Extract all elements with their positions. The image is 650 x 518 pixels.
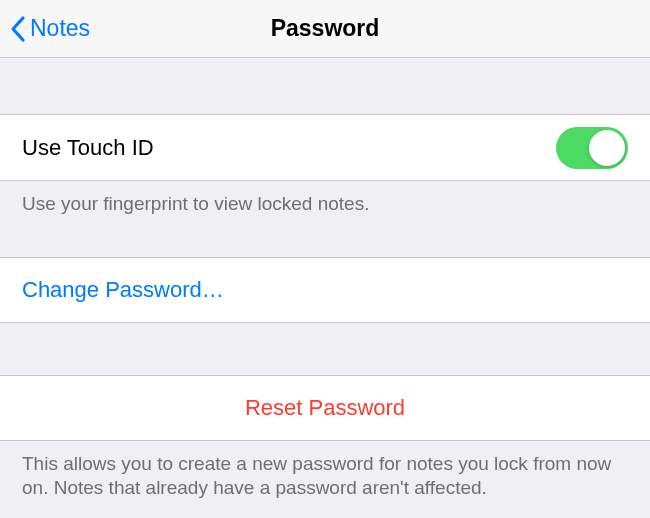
navbar: Notes Password xyxy=(0,0,650,58)
toggle-knob xyxy=(589,130,625,166)
spacer xyxy=(0,323,650,375)
use-touch-id-label: Use Touch ID xyxy=(22,135,154,161)
page-title: Password xyxy=(271,15,380,42)
spacer xyxy=(0,58,650,115)
back-button[interactable]: Notes xyxy=(0,15,90,43)
touch-id-footer: Use your fingerprint to view locked note… xyxy=(0,181,650,228)
reset-password-label: Reset Password xyxy=(245,395,405,421)
reset-password-button[interactable]: Reset Password xyxy=(0,375,650,441)
use-touch-id-toggle[interactable] xyxy=(556,127,628,169)
change-password-label: Change Password… xyxy=(22,277,224,303)
use-touch-id-cell: Use Touch ID xyxy=(0,115,650,181)
change-password-button[interactable]: Change Password… xyxy=(0,257,650,323)
back-button-label: Notes xyxy=(30,15,90,42)
spacer xyxy=(0,228,650,257)
chevron-left-icon xyxy=(10,15,26,43)
reset-footer: This allows you to create a new password… xyxy=(0,441,650,512)
